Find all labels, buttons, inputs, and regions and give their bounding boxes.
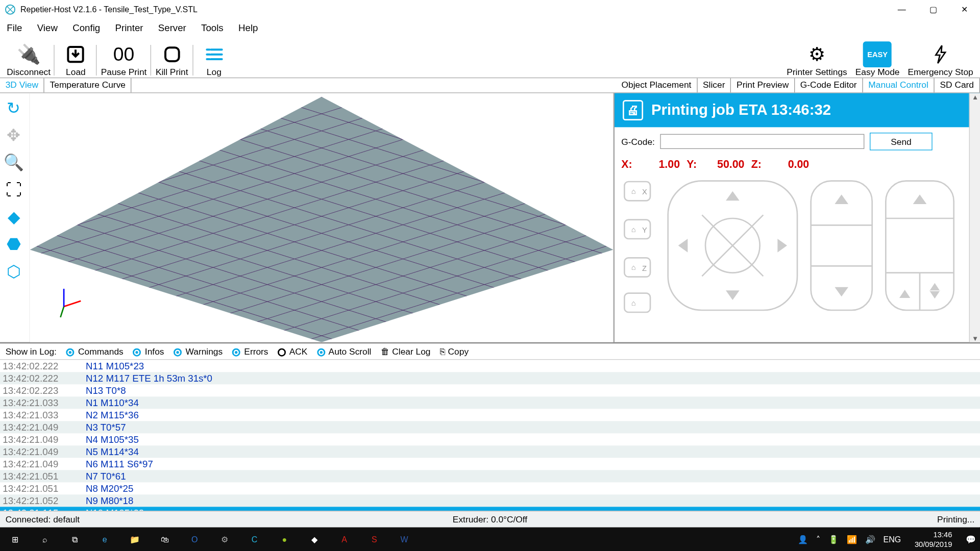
tab-slicer[interactable]: Slicer [697, 78, 731, 92]
menu-view[interactable]: View [37, 22, 58, 33]
people-icon[interactable]: 👤 [798, 534, 808, 544]
maximize-button[interactable]: ▢ [917, 0, 948, 18]
pdf-icon[interactable]: A [329, 527, 359, 551]
menu-help[interactable]: Help [238, 22, 258, 33]
3d-viewport[interactable] [30, 93, 614, 342]
log-row[interactable]: 13:42:02.223 N13 T0*8 [0, 384, 980, 396]
home-z-button[interactable]: Z [642, 264, 647, 272]
easy-mode-button[interactable]: EASY Easy Mode [851, 42, 904, 77]
tab-sd-card[interactable]: SD Card [935, 78, 980, 92]
printer-settings-button[interactable]: ⚙ Printer Settings [782, 42, 851, 77]
filter-ack[interactable]: ACK [278, 346, 307, 357]
zoom-tool-icon[interactable]: 🔍 [2, 151, 26, 175]
close-button[interactable]: ✕ [949, 0, 980, 18]
view-toolbar: ↻ ✥ 🔍 ⛶ ◆ ⬣ ⬡ [0, 93, 30, 342]
log-panel[interactable]: 13:42:02.222 N11 M105*2313:42:02.222 N12… [0, 360, 980, 511]
log-row[interactable]: 13:42:21.049 N5 M114*34 [0, 445, 980, 458]
log-row[interactable]: 13:42:21.051 N8 M20*25 [0, 482, 980, 494]
view-iso-icon[interactable]: ⬣ [2, 232, 26, 257]
svg-text:⌂: ⌂ [631, 187, 636, 195]
toolbar: 🔌 Disconnect Load 00 Pause Print Kill Pr… [0, 37, 980, 78]
svg-rect-2 [165, 47, 179, 61]
log-button[interactable]: Log [193, 42, 235, 77]
gcode-label: G-Code: [621, 136, 655, 146]
language-indicator[interactable]: ENG [884, 534, 901, 544]
position-readout: X: 1.00 Y: 50.00 Z: 0.00 [615, 156, 980, 178]
svg-rect-11 [624, 293, 650, 312]
tab-manual-control[interactable]: Manual Control [863, 78, 935, 92]
rotate-tool-icon[interactable]: ↻ [2, 96, 26, 120]
wifi-icon[interactable]: 📶 [847, 534, 857, 544]
app-icon-1[interactable]: ⚙ [210, 527, 240, 551]
log-row[interactable]: 13:42:21.115 N10 M105*22 [0, 507, 980, 511]
pause-print-button[interactable]: 00 Pause Print [97, 42, 151, 77]
log-filter-label: Show in Log: [6, 346, 57, 357]
copy-log-button[interactable]: ⎘ Copy [440, 346, 469, 357]
home-x-button[interactable]: X [642, 188, 647, 196]
word-icon[interactable]: W [389, 527, 420, 551]
filter-autoscroll[interactable]: Auto Scroll [317, 346, 371, 357]
window-title: Repetier-Host V2.1.6 - Tensile_Test_Type… [20, 5, 198, 14]
tab-temperature-curve[interactable]: Temperature Curve [44, 78, 132, 92]
gcode-input[interactable] [660, 134, 865, 149]
minimize-button[interactable]: — [886, 0, 917, 18]
log-row[interactable]: 13:42:02.222 N12 M117 ETE 1h 53m 31s*0 [0, 372, 980, 384]
svg-marker-4 [30, 97, 614, 342]
tab-gcode-editor[interactable]: G-Code Editor [795, 78, 863, 92]
kill-print-button[interactable]: Kill Print [151, 42, 193, 77]
filter-commands[interactable]: Commands [66, 346, 124, 357]
filter-errors[interactable]: Errors [232, 346, 268, 357]
home-y-button[interactable]: Y [642, 226, 647, 234]
fit-tool-icon[interactable]: ⛶ [2, 178, 26, 202]
clear-log-button[interactable]: 🗑 Clear Log [381, 346, 430, 357]
filter-infos[interactable]: Infos [133, 346, 164, 357]
cura-icon[interactable]: C [239, 527, 270, 551]
clock[interactable]: 13:46 30/09/2019 [909, 530, 958, 548]
pan-tool-icon[interactable]: ✥ [2, 123, 26, 147]
log-row[interactable]: 13:42:21.049 N3 T0*57 [0, 421, 980, 433]
menu-file[interactable]: File [7, 22, 22, 33]
notifications-icon[interactable]: 💬 [966, 534, 976, 544]
explorer-icon[interactable]: 📁 [120, 527, 150, 551]
log-row[interactable]: 13:42:21.049 N4 M105*35 [0, 433, 980, 445]
log-row[interactable]: 13:42:21.033 N1 M110*34 [0, 396, 980, 409]
app-icon-2[interactable]: ● [270, 527, 300, 551]
filter-warnings[interactable]: Warnings [174, 346, 223, 357]
app-icon-3[interactable]: ◆ [300, 527, 330, 551]
disconnect-button[interactable]: 🔌 Disconnect [3, 42, 55, 77]
tray-chevron-icon[interactable]: ˄ [816, 534, 820, 544]
log-row[interactable]: 13:42:21.052 N9 M80*18 [0, 494, 980, 507]
log-row[interactable]: 13:42:21.049 N6 M111 S6*97 [0, 458, 980, 470]
view-front-icon[interactable]: ⬡ [2, 259, 26, 284]
menu-server[interactable]: Server [158, 22, 186, 33]
outlook-icon[interactable]: O [180, 527, 210, 551]
log-filter-bar: Show in Log: Commands Infos Warnings Err… [0, 342, 980, 360]
log-row[interactable]: 13:42:21.051 N7 T0*61 [0, 470, 980, 482]
menu-tools[interactable]: Tools [201, 22, 224, 33]
solidworks-icon[interactable]: S [359, 527, 389, 551]
volume-icon[interactable]: 🔊 [865, 534, 875, 544]
log-row[interactable]: 13:42:02.222 N11 M105*23 [0, 360, 980, 372]
store-icon[interactable]: 🛍 [150, 527, 180, 551]
task-view-icon[interactable]: ⧉ [60, 527, 90, 551]
plug-icon: 🔌 [17, 42, 41, 67]
menu-config[interactable]: Config [72, 22, 100, 33]
tabs-row: 3D View Temperature Curve Object Placeme… [0, 78, 980, 93]
jog-controls: ⌂X ⌂Y ⌂Z ⌂ [615, 178, 980, 342]
menu-printer[interactable]: Printer [115, 22, 143, 33]
tab-print-preview[interactable]: Print Preview [731, 78, 795, 92]
edge-icon[interactable]: e [90, 527, 120, 551]
search-icon[interactable]: ⌕ [30, 527, 60, 551]
battery-icon[interactable]: 🔋 [828, 534, 839, 544]
send-button[interactable]: Send [870, 133, 933, 151]
start-button[interactable]: ⊞ [0, 527, 30, 551]
tab-3d-view[interactable]: 3D View [0, 78, 44, 92]
load-button[interactable]: Load [55, 42, 97, 77]
view-top-icon[interactable]: ◆ [2, 205, 26, 229]
tab-object-placement[interactable]: Object Placement [616, 78, 697, 92]
status-extruder: Extruder: 0.0°C/Off [453, 514, 527, 524]
log-row[interactable]: 13:42:21.033 N2 M115*36 [0, 409, 980, 421]
emergency-stop-button[interactable]: Emergency Stop [904, 42, 977, 77]
status-printing: Printing... [937, 514, 974, 524]
easy-badge-icon: EASY [863, 42, 892, 67]
